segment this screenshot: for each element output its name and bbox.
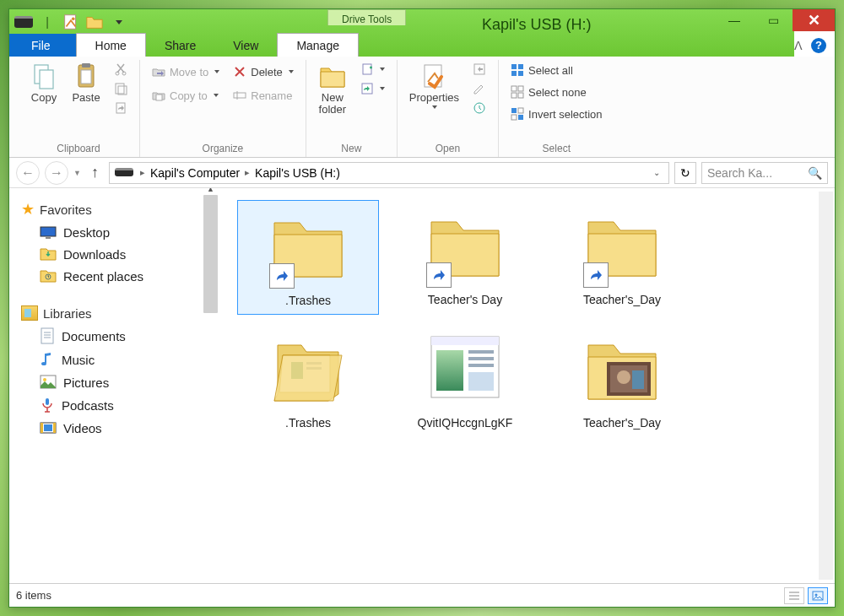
delete-button[interactable]: Delete (230, 63, 297, 80)
close-button[interactable]: ✕ (793, 9, 835, 31)
scroll-up-icon[interactable]: ▲ (203, 188, 218, 195)
sidebar-item-pictures[interactable]: Pictures (21, 371, 218, 393)
address-bar[interactable]: ▸ Kapil's Computer ▸ Kapil's USB (H:) ⌄ (109, 162, 669, 184)
copy-path-button[interactable] (111, 80, 131, 97)
svg-rect-15 (363, 64, 371, 74)
history-button[interactable] (469, 100, 490, 116)
select-none-button[interactable]: Select none (507, 84, 605, 100)
breadcrumb-computer[interactable]: Kapil's Computer (150, 166, 240, 180)
collapse-ribbon-button[interactable]: ᐱ (794, 39, 803, 52)
maximize-button[interactable]: ▭ (754, 9, 793, 31)
history-dropdown[interactable]: ▼ (73, 169, 81, 177)
sidebar-libraries[interactable]: Libraries (21, 302, 218, 324)
content-scrollbar[interactable] (819, 192, 833, 580)
folder-photos-icon (582, 330, 663, 411)
thumbnails-view-button[interactable] (808, 587, 828, 604)
svg-point-59 (617, 370, 630, 384)
sidebar-item-recent[interactable]: Recent places (21, 265, 218, 287)
file-list[interactable]: .Trashes Teacher's Day Teacher's_Day .Tr… (220, 188, 835, 583)
shortcut-arrow-icon (269, 263, 295, 289)
rename-button[interactable]: Rename (230, 87, 297, 104)
easy-access-button[interactable] (357, 80, 388, 97)
file-item[interactable]: Teacher's_Day (551, 200, 693, 315)
sidebar-item-videos[interactable]: Videos (21, 417, 218, 439)
tab-share[interactable]: Share (146, 34, 214, 57)
file-item[interactable]: Teacher's_Day (551, 323, 693, 436)
svg-rect-60 (632, 370, 644, 389)
qat-separator-icon: | (38, 13, 57, 31)
folder-open-icon (268, 330, 349, 411)
svg-rect-31 (518, 115, 523, 120)
svg-rect-54 (468, 357, 494, 360)
invert-selection-button[interactable]: Invert selection (507, 105, 605, 122)
address-dropdown[interactable]: ⌄ (653, 168, 660, 177)
drive-icon[interactable] (14, 13, 33, 31)
new-folder-qat-button[interactable] (85, 13, 104, 31)
paste-button[interactable]: Paste (67, 60, 106, 105)
svg-rect-46 (44, 424, 52, 431)
edit-button[interactable] (469, 80, 490, 97)
svg-rect-52 (436, 350, 463, 391)
file-item[interactable]: Teacher's Day (394, 200, 536, 315)
sidebar-favorites[interactable]: ★Favorites (21, 197, 218, 222)
tab-file[interactable]: File (9, 34, 76, 57)
qat-dropdown[interactable] (109, 13, 127, 31)
copy-button[interactable]: Copy (24, 60, 63, 105)
forward-button[interactable]: → (45, 161, 68, 185)
minimize-button[interactable]: — (715, 9, 754, 31)
title-bar: | Drive Tools Kapil's USB (H:) — ▭ ✕ Fil… (9, 9, 835, 57)
sidebar-item-desktop[interactable]: Desktop (21, 222, 218, 243)
tab-view[interactable]: View (214, 34, 277, 57)
new-folder-button[interactable]: New folder (313, 60, 352, 117)
svg-rect-12 (156, 95, 162, 100)
search-icon: 🔍 (808, 166, 822, 180)
refresh-button[interactable]: ↻ (674, 162, 696, 184)
breadcrumb-drive[interactable]: Kapil's USB (H:) (255, 166, 340, 180)
open-with-button[interactable] (469, 61, 490, 78)
chevron-right-icon[interactable]: ▸ (138, 167, 147, 178)
sidebar-scrollbar[interactable] (203, 195, 218, 313)
move-to-button[interactable]: Move to (149, 63, 223, 80)
paste-shortcut-button[interactable] (111, 100, 131, 116)
file-item[interactable]: .Trashes (237, 323, 379, 436)
svg-point-41 (43, 378, 46, 381)
properties-button[interactable]: Properties (404, 60, 464, 111)
svg-rect-3 (40, 70, 53, 89)
cut-button[interactable] (111, 61, 131, 78)
ribbon-tabs: File Home Share View Manage ᐱ ? (9, 31, 835, 57)
search-box[interactable]: Search Ka... 🔍 (701, 162, 828, 184)
shortcut-arrow-icon (426, 262, 452, 288)
window-controls: — ▭ ✕ (715, 9, 835, 31)
sidebar-item-podcasts[interactable]: Podcasts (21, 393, 218, 417)
chevron-right-icon[interactable]: ▸ (243, 167, 252, 178)
svg-rect-23 (518, 71, 523, 76)
up-button[interactable]: ↑ (86, 164, 104, 181)
file-item[interactable]: QvitIQHccgnLgKF (394, 323, 536, 436)
navigation-pane[interactable]: ▲ ★Favorites Desktop Downloads Recent pl… (9, 188, 220, 583)
back-button[interactable]: ← (16, 161, 40, 185)
search-placeholder: Search Ka... (707, 166, 772, 180)
drive-tools-label: Drive Tools (327, 9, 406, 25)
sidebar-item-downloads[interactable]: Downloads (21, 243, 218, 265)
details-view-button[interactable] (784, 587, 804, 604)
tab-home[interactable]: Home (76, 33, 146, 57)
libraries-icon (21, 305, 38, 321)
ribbon-group-new: New folder New (306, 60, 398, 157)
svg-rect-55 (468, 364, 494, 367)
tab-manage[interactable]: Manage (277, 33, 359, 57)
svg-rect-53 (468, 350, 494, 354)
navigation-bar: ← → ▼ ↑ ▸ Kapil's Computer ▸ Kapil's USB… (9, 158, 835, 188)
properties-qat-button[interactable] (62, 13, 80, 31)
folder-icon (40, 268, 57, 284)
svg-rect-21 (518, 64, 523, 69)
sidebar-item-music[interactable]: Music (21, 348, 218, 371)
copy-to-button[interactable]: Copy to (149, 87, 223, 104)
file-item[interactable]: .Trashes (237, 200, 379, 315)
svg-rect-5 (82, 63, 90, 68)
select-all-button[interactable]: Select all (507, 62, 605, 78)
svg-rect-33 (46, 237, 51, 239)
new-item-button[interactable] (357, 61, 388, 78)
sidebar-item-documents[interactable]: Documents (21, 324, 218, 348)
svg-rect-32 (41, 227, 56, 236)
help-button[interactable]: ? (811, 38, 826, 53)
